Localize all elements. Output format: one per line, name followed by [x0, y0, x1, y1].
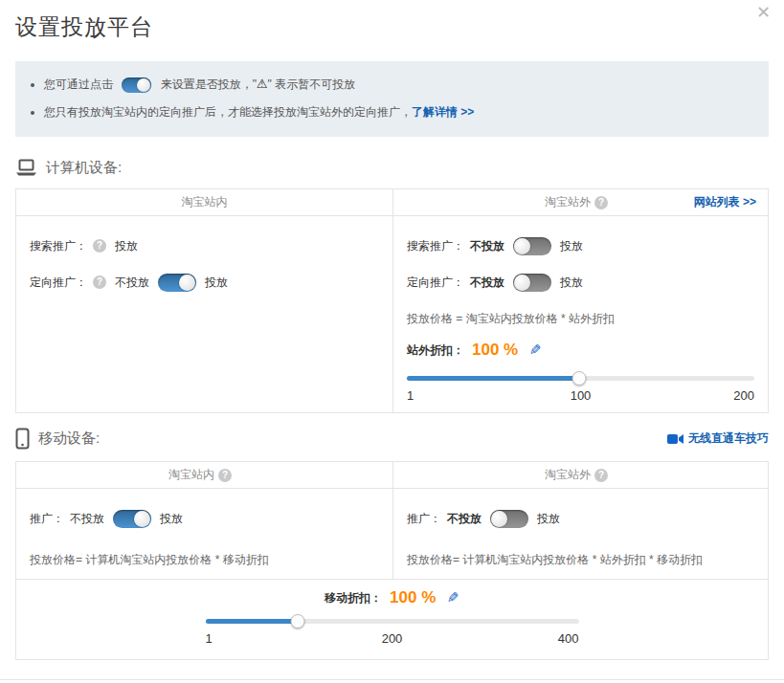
phone-icon — [15, 428, 30, 450]
offsite-price-formula: 投放价格 = 淘宝站内投放价格 * 站外折扣 — [407, 309, 754, 328]
toggle-knob[interactable] — [514, 275, 530, 291]
promo-label: 推广： — [407, 511, 441, 527]
mobile-discount-slider: 1 200 400 — [206, 619, 579, 646]
toggle-on-label: 投放 — [205, 275, 228, 291]
help-icon[interactable]: ? — [594, 196, 608, 209]
mobile-table: 淘宝站内? 淘宝站外? 推广： 不投放 投放 投放价格= 计算机淘宝站内投放价格… — [15, 461, 769, 660]
mobile-offsite-cell: 推广： 不投放 投放 投放价格= 计算机淘宝站内投放价格 * 站外折扣 * 移动… — [393, 489, 768, 579]
computer-section-header: 计算机设备: — [15, 159, 769, 177]
toggle-off-label: 不投放 — [70, 511, 104, 527]
notice-bullet-1: 您可通过点击 来设置是否投放，"⚠" 表示暂不可投放 — [44, 70, 755, 99]
offsite-search-promo-row: 搜索推广： 不投放 投放 — [407, 228, 754, 264]
edit-pencil-icon[interactable]: ✎ — [447, 589, 459, 606]
wireless-tips-link[interactable]: 无线直通车技巧 — [667, 430, 769, 447]
computer-table: 淘宝站内 淘宝站外? 网站列表 >> 搜索推广： ? 投放 定向推广： ? 不投… — [15, 188, 769, 413]
onsite-header-label: 淘宝站内 — [168, 468, 214, 481]
notice-bullet-1-mid: 来设置是否投放，" — [161, 77, 257, 91]
slider-track[interactable] — [407, 376, 754, 381]
slider-knob[interactable] — [572, 371, 587, 386]
toggle-knob[interactable] — [179, 275, 195, 291]
laptop-icon — [15, 159, 37, 177]
toggle-off-label: 不投放 — [115, 275, 149, 291]
search-promo-label: 搜索推广： — [407, 238, 464, 254]
video-camera-icon — [667, 433, 683, 445]
warning-icon: ⚠ — [257, 77, 268, 91]
search-promo-state: 投放 — [115, 238, 138, 254]
mobile-onsite-cell: 推广： 不投放 投放 投放价格= 计算机淘宝站内投放价格 * 移动折扣 — [16, 489, 393, 579]
offsite-discount-row: 站外折扣： 100 % ✎ — [407, 341, 754, 360]
toggle-off-label: 不投放 — [470, 275, 504, 291]
mobile-offsite-toggle[interactable] — [490, 510, 528, 528]
slider-mid-label: 100 — [571, 388, 592, 403]
mobile-discount-label: 移动折扣： — [325, 590, 382, 606]
search-promo-label: 搜索推广： — [30, 238, 87, 254]
mobile-discount-row: 移动折扣： 100 % ✎ — [16, 588, 768, 607]
slider-fill — [206, 619, 299, 624]
help-icon[interactable]: ? — [93, 239, 106, 253]
edit-pencil-icon[interactable]: ✎ — [529, 342, 542, 359]
offsite-discount-value: 100 % — [472, 341, 518, 360]
mobile-discount-section: 移动折扣： 100 % ✎ 1 200 400 — [16, 579, 768, 659]
slider-labels: 1 200 400 — [206, 631, 579, 646]
notice-bullet-1-pre: 您可通过点击 — [44, 77, 113, 91]
slider-track[interactable] — [206, 619, 579, 624]
mobile-table-header: 淘宝站内? 淘宝站外? — [16, 462, 768, 489]
onsite-target-promo-row: 定向推广： ? 不投放 投放 — [30, 264, 379, 300]
mobile-onsite-promo-row: 推广： 不投放 投放 — [30, 500, 379, 537]
offsite-target-toggle[interactable] — [513, 274, 551, 292]
toggle-on-label: 投放 — [160, 511, 183, 527]
notice-panel: 您可通过点击 来设置是否投放，"⚠" 表示暂不可投放 您只有投放淘宝站内的定向推… — [15, 61, 769, 137]
mobile-offsite-promo-row: 推广： 不投放 投放 — [407, 500, 754, 537]
learn-more-link[interactable]: 了解详情 >> — [412, 105, 474, 119]
computer-onsite-cell: 搜索推广： ? 投放 定向推广： ? 不投放 投放 — [16, 216, 393, 412]
promo-label: 推广： — [30, 511, 64, 527]
close-icon[interactable]: ✕ — [756, 0, 771, 25]
target-promo-label: 定向推广： — [407, 275, 464, 291]
toggle-knob — [137, 78, 150, 92]
mobile-offsite-formula: 投放价格= 计算机淘宝站内投放价格 * 站外折扣 * 移动折扣 — [407, 550, 754, 569]
help-icon[interactable]: ? — [93, 275, 106, 289]
computer-section-label: 计算机设备: — [46, 159, 122, 177]
onsite-header-label: 淘宝站内 — [182, 195, 228, 209]
column-header-offsite: 淘宝站外? — [393, 462, 768, 488]
slider-max-label: 400 — [558, 631, 579, 646]
dialog-bottom-divider — [0, 679, 784, 680]
mobile-section-header: 移动设备: 无线直通车技巧 — [15, 428, 769, 450]
onsite-target-toggle[interactable] — [158, 274, 196, 292]
slider-max-label: 200 — [733, 388, 754, 403]
offsite-target-promo-row: 定向推广： 不投放 投放 — [407, 264, 754, 300]
slider-knob[interactable] — [291, 614, 305, 628]
onsite-search-promo-row: 搜索推广： ? 投放 — [30, 228, 379, 264]
offsite-search-toggle[interactable] — [513, 237, 551, 255]
notice-bullet-1-post: " 表示暂不可投放 — [268, 77, 356, 91]
toggle-on-label: 投放 — [560, 275, 583, 291]
computer-table-header: 淘宝站内 淘宝站外? 网站列表 >> — [16, 189, 768, 216]
mobile-onsite-formula: 投放价格= 计算机淘宝站内投放价格 * 移动折扣 — [30, 550, 379, 569]
column-header-onsite: 淘宝站内 — [16, 189, 393, 215]
slider-mid-label: 200 — [382, 631, 403, 646]
wireless-tips-label: 无线直通车技巧 — [688, 430, 769, 447]
offsite-header-label: 淘宝站外 — [545, 195, 591, 209]
column-header-offsite: 淘宝站外? 网站列表 >> — [393, 189, 768, 215]
toggle-illustration-icon — [122, 77, 151, 93]
offsite-discount-slider: 1 100 200 — [407, 376, 754, 403]
notice-bullet-2: 您只有投放淘宝站内的定向推广后，才能选择投放淘宝站外的定向推广，了解详情 >> — [44, 99, 755, 126]
notice-bullet-2-text: 您只有投放淘宝站内的定向推广后，才能选择投放淘宝站外的定向推广， — [44, 105, 412, 119]
offsite-discount-label: 站外折扣： — [407, 342, 464, 359]
mobile-onsite-toggle[interactable] — [113, 510, 151, 528]
help-icon[interactable]: ? — [218, 469, 232, 482]
offsite-header-label: 淘宝站外 — [545, 468, 591, 481]
toggle-knob[interactable] — [514, 238, 530, 254]
slider-labels: 1 100 200 — [407, 388, 754, 403]
column-header-onsite: 淘宝站内? — [16, 462, 393, 488]
toggle-knob[interactable] — [491, 511, 507, 527]
toggle-on-label: 投放 — [537, 511, 560, 527]
help-icon[interactable]: ? — [594, 469, 608, 482]
site-list-link[interactable]: 网站列表 >> — [694, 189, 756, 215]
target-promo-label: 定向推广： — [30, 275, 87, 291]
mobile-discount-value: 100 % — [390, 588, 436, 607]
slider-min-label: 1 — [206, 631, 213, 646]
toggle-on-label: 投放 — [560, 238, 583, 254]
toggle-knob[interactable] — [134, 511, 150, 527]
computer-offsite-cell: 搜索推广： 不投放 投放 定向推广： 不投放 投放 投放价格 = 淘宝站内投放价… — [393, 216, 768, 412]
